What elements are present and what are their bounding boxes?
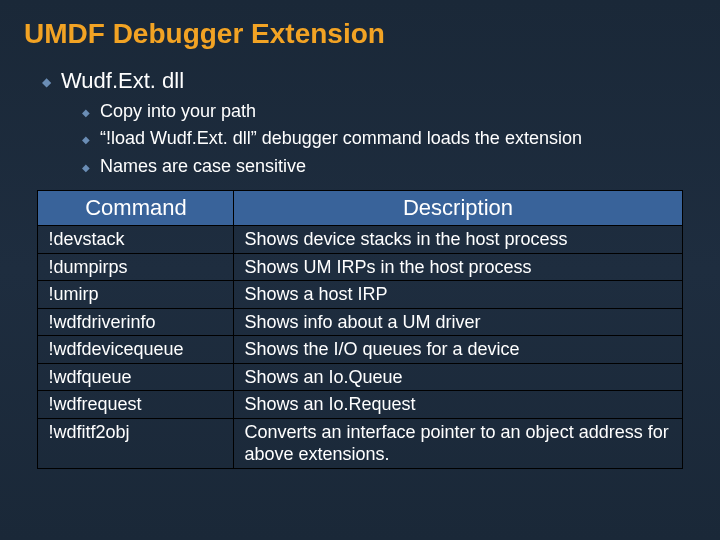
cell-description: Shows the I/O queues for a device [234, 336, 682, 364]
list-item: ◆ Wudf.Ext. dll [42, 68, 696, 94]
slide-title: UMDF Debugger Extension [24, 18, 696, 50]
cell-description: Converts an interface pointer to an obje… [234, 418, 682, 468]
cell-description: Shows an Io.Queue [234, 363, 682, 391]
cell-description: Shows info about a UM driver [234, 308, 682, 336]
bullet-text: Copy into your path [100, 100, 256, 123]
table-row: !wdfqueue Shows an Io.Queue [38, 363, 682, 391]
cell-description: Shows UM IRPs in the host process [234, 253, 682, 281]
bullet-icon: ◆ [42, 75, 51, 89]
table-row: !devstack Shows device stacks in the hos… [38, 226, 682, 254]
cell-command: !umirp [38, 281, 234, 309]
table-row: !wdfrequest Shows an Io.Request [38, 391, 682, 419]
cell-command: !dumpirps [38, 253, 234, 281]
list-item: ◆ Copy into your path [82, 100, 696, 123]
table-row: !umirp Shows a host IRP [38, 281, 682, 309]
cell-command: !wdfqueue [38, 363, 234, 391]
bullet-level2: ◆ Copy into your path ◆ “!load Wudf.Ext.… [82, 100, 696, 178]
header-description: Description [234, 191, 682, 226]
cell-command: !wdfdevicequeue [38, 336, 234, 364]
command-table: Command Description !devstack Shows devi… [37, 190, 682, 469]
bullet-level1: ◆ Wudf.Ext. dll ◆ Copy into your path ◆ … [42, 68, 696, 178]
bullet-icon: ◆ [82, 133, 90, 146]
cell-description: Shows device stacks in the host process [234, 226, 682, 254]
table-header-row: Command Description [38, 191, 682, 226]
cell-command: !wdfdriverinfo [38, 308, 234, 336]
bullet-text: Names are case sensitive [100, 155, 306, 178]
slide: UMDF Debugger Extension ◆ Wudf.Ext. dll … [0, 0, 720, 540]
table-row: !dumpirps Shows UM IRPs in the host proc… [38, 253, 682, 281]
cell-description: Shows an Io.Request [234, 391, 682, 419]
cell-description: Shows a host IRP [234, 281, 682, 309]
header-command: Command [38, 191, 234, 226]
table-row: !wdfdriverinfo Shows info about a UM dri… [38, 308, 682, 336]
bullet-text: “!load Wudf.Ext. dll” debugger command l… [100, 127, 582, 150]
table-row: !wdfdevicequeue Shows the I/O queues for… [38, 336, 682, 364]
table-row: !wdfitf2obj Converts an interface pointe… [38, 418, 682, 468]
cell-command: !wdfitf2obj [38, 418, 234, 468]
list-item: ◆ “!load Wudf.Ext. dll” debugger command… [82, 127, 696, 150]
bullet-icon: ◆ [82, 106, 90, 119]
bullet-icon: ◆ [82, 161, 90, 174]
cell-command: !wdfrequest [38, 391, 234, 419]
cell-command: !devstack [38, 226, 234, 254]
list-item: ◆ Names are case sensitive [82, 155, 696, 178]
bullet-text: Wudf.Ext. dll [61, 68, 184, 94]
